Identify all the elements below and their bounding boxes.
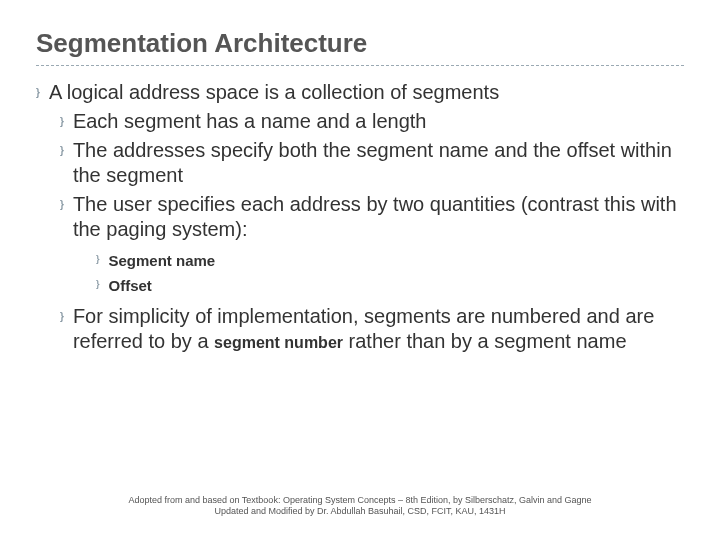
bullet-level1: } Each segment has a name and a length [60, 109, 684, 134]
bullet-text: Segment name [109, 250, 216, 271]
bullet-text: The user specifies each address by two q… [73, 192, 684, 242]
bullet-icon: } [60, 200, 63, 210]
text-fragment: rather than by a segment name [343, 330, 627, 352]
keyword-segment-number: segment number [214, 334, 343, 351]
bullet-icon: } [60, 117, 63, 127]
slide-title: Segmentation Architecture [36, 28, 684, 66]
bullet-icon: } [96, 280, 99, 289]
bullet-level0: } A logical address space is a collectio… [36, 80, 684, 105]
bullet-level2: } Segment name [96, 250, 684, 271]
slide-footer: Adopted from and based on Textbook: Oper… [0, 495, 720, 518]
bullet-level2: } Offset [96, 275, 684, 296]
bullet-level1: } The addresses specify both the segment… [60, 138, 684, 188]
footer-line2: Updated and Modified by Dr. Abdullah Bas… [0, 506, 720, 518]
bullet-icon: } [60, 312, 63, 322]
bullet-icon: } [96, 255, 99, 264]
bullet-text: Each segment has a name and a length [73, 109, 427, 134]
bullet-icon: } [60, 146, 63, 156]
slide: Segmentation Architecture } A logical ad… [0, 0, 720, 540]
bullet-text: For simplicity of implementation, segmen… [73, 304, 684, 354]
bullet-text: The addresses specify both the segment n… [73, 138, 684, 188]
bullet-level1: } For simplicity of implementation, segm… [60, 304, 684, 354]
footer-line1: Adopted from and based on Textbook: Oper… [0, 495, 720, 507]
bullet-level1: } The user specifies each address by two… [60, 192, 684, 242]
bullet-text: A logical address space is a collection … [49, 80, 499, 105]
bullet-text: Offset [109, 275, 152, 296]
bullet-icon: } [36, 88, 39, 98]
